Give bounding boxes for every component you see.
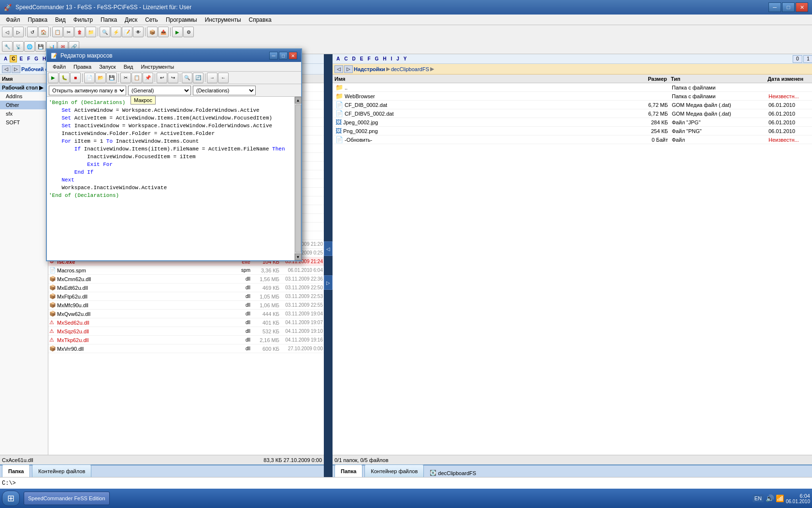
macro-menu-file[interactable]: Файл	[49, 63, 70, 71]
path-forward-btn[interactable]: ▷	[12, 65, 20, 73]
tb-refresh[interactable]: ↺	[27, 27, 38, 37]
macro-tb-find[interactable]: 🔍	[182, 73, 192, 83]
macro-tb-redo[interactable]: ↪	[168, 73, 178, 83]
right-list-item-png[interactable]: 🖼Png_0002.png 254 КБ Файл "PNG" 06.01.20…	[333, 127, 812, 135]
menu-file[interactable]: Файл	[2, 15, 24, 24]
cmd-bar[interactable]: C:\>	[0, 477, 812, 489]
menu-tools[interactable]: Инструменты	[201, 15, 245, 24]
menu-net[interactable]: Сеть	[141, 15, 162, 24]
macro-tb-new[interactable]: 📄	[84, 73, 95, 83]
list-item[interactable]: 📦 MxCmn62u.dll dll 1,56 МБ 03.11.2009 22…	[48, 275, 324, 284]
rdr-G[interactable]: G	[373, 55, 380, 62]
macro-tb-undo[interactable]: ↩	[157, 73, 167, 83]
drive-A[interactable]: A	[2, 55, 9, 62]
tb-play[interactable]: ▶	[172, 27, 183, 37]
rdr-C[interactable]: C	[342, 55, 349, 62]
macro-tb-debug[interactable]: 🐛	[59, 73, 70, 83]
tab-container-left[interactable]: Контейнер файлов	[32, 464, 91, 477]
tb-unzip[interactable]: 📤	[158, 27, 169, 37]
tb-icon2[interactable]: 📡	[13, 41, 24, 52]
tab-folder-left[interactable]: Папка	[2, 464, 30, 477]
tb-icon3[interactable]: 🌐	[24, 41, 35, 52]
tb-newfolder[interactable]: 📁	[86, 27, 96, 37]
num-tab-0[interactable]: 0	[793, 55, 802, 63]
macro-tb-save[interactable]: 💾	[106, 73, 117, 83]
tb-delete[interactable]: 🗑	[74, 27, 85, 37]
scroll-up-btn[interactable]: ▲	[295, 97, 302, 104]
macro-menu-run[interactable]: Запуск	[95, 63, 119, 71]
macro-maximize-btn[interactable]: □	[279, 52, 288, 60]
left-item-addins[interactable]: AddIns	[0, 92, 48, 101]
tb-icon4[interactable]: 💾	[35, 41, 46, 52]
tb-zip[interactable]: 📦	[147, 27, 158, 37]
macro-code-area[interactable]: 'Begin of (Declarations) Set ActiveWindo…	[47, 97, 294, 260]
tb-filter[interactable]: ⚡	[111, 27, 121, 37]
menu-help[interactable]: Справка	[245, 15, 276, 24]
right-list-item-webbrowser[interactable]: 📁WebBrowser Папка с файлами Неизвестн...	[333, 92, 812, 101]
macro-tb-run[interactable]: ▶	[48, 73, 58, 83]
macro-tb-copy[interactable]: 📋	[131, 73, 142, 83]
tb-search[interactable]: 🔍	[100, 27, 110, 37]
macro-tb-paste[interactable]: 📌	[143, 73, 153, 83]
tb-settings[interactable]: ⚙	[183, 27, 194, 37]
macro-menu-view[interactable]: Вид	[120, 63, 137, 71]
list-item[interactable]: ⚠ MxSed62u.dll dll 401 КБ 04.11.2009 19:…	[48, 318, 324, 327]
macro-tb-stop[interactable]: ■	[70, 73, 81, 83]
drive-E[interactable]: E	[17, 55, 25, 62]
tray-lang[interactable]: EN	[753, 494, 764, 502]
list-item[interactable]: 📦 MxQvw62u.dll dll 444 КБ 03.11.2009 19:…	[48, 310, 324, 318]
macro-tb-indent[interactable]: →	[207, 73, 218, 83]
macro-dropdown-general[interactable]: (General)	[128, 86, 191, 95]
minimize-button[interactable]: ─	[768, 2, 781, 12]
menu-filter[interactable]: Фильтр	[70, 15, 97, 24]
close-button[interactable]: ✕	[796, 2, 808, 12]
tb-home[interactable]: 🏠	[38, 27, 49, 37]
menu-view[interactable]: Вид	[51, 15, 70, 24]
rdr-A[interactable]: A	[334, 55, 342, 62]
list-item[interactable]: 📄 Macros.spm spm 3,36 КБ 06.01.2010 6:04	[48, 266, 324, 275]
scroll-down-btn[interactable]: ▼	[295, 254, 302, 260]
rdr-F[interactable]: F	[365, 55, 372, 62]
tb-forward[interactable]: ▷	[13, 27, 24, 37]
left-item-soft[interactable]: SOFT	[0, 118, 48, 127]
tb-icon1[interactable]: 🔧	[2, 41, 13, 52]
rdr-J[interactable]: J	[394, 55, 401, 62]
tb-move[interactable]: ✂	[63, 27, 74, 37]
path-back-btn[interactable]: ◁	[2, 65, 11, 73]
start-button[interactable]: ⊞	[2, 491, 20, 506]
drive-F[interactable]: F	[25, 55, 32, 62]
list-item[interactable]: 📦 MxFtp62u.dll dll 1,05 МБ 03.11.2009 22…	[48, 292, 324, 301]
rdr-I[interactable]: I	[389, 55, 394, 62]
tb-copy[interactable]: 📋	[52, 27, 63, 37]
list-item[interactable]: 📦 MxEdt62u.dll dll 469 КБ 03.11.2009 22:…	[48, 284, 324, 292]
macro-menu-edit[interactable]: Правка	[70, 63, 95, 71]
tb-view[interactable]: 👁	[133, 27, 144, 37]
macro-vscrollbar[interactable]: ▲ ▼	[294, 97, 301, 260]
macro-tb-open[interactable]: 📂	[95, 73, 106, 83]
tb-back[interactable]: ◁	[2, 27, 13, 37]
arrow-right-btn[interactable]: ▷	[324, 275, 333, 290]
macro-close-btn[interactable]: ✕	[289, 52, 297, 60]
tb-edit[interactable]: 📝	[122, 27, 132, 37]
tab-folder-right[interactable]: Папка	[334, 464, 362, 477]
rdr-E[interactable]: E	[358, 55, 365, 62]
list-item[interactable]: 📦 MxVrr90.dll dll 600 КБ 27.10.2009 0:00	[48, 344, 324, 353]
macro-dropdown-declarations[interactable]: (Declarations)	[193, 86, 256, 95]
rpath-back-btn[interactable]: ◁	[334, 65, 343, 73]
left-item-sfx[interactable]: sfx	[0, 109, 48, 118]
left-item-other[interactable]: Other	[0, 101, 48, 109]
right-list-item-update[interactable]: 📄-Обновить- 0 Байт Файл Неизвестн...	[333, 135, 812, 144]
left-folder-desktop[interactable]: Рабочий стол ▶	[0, 83, 48, 92]
menu-disk[interactable]: Диск	[121, 15, 141, 24]
tab-container-right[interactable]: Контейнер файлов	[364, 464, 424, 477]
rpath-forward-btn[interactable]: ▷	[344, 65, 353, 73]
maximize-button[interactable]: □	[782, 2, 795, 12]
cmd-input[interactable]	[16, 480, 810, 487]
macro-tb-replace[interactable]: 🔄	[193, 73, 203, 83]
list-item[interactable]: ⚠ MxSqz62u.dll dll 532 КБ 04.11.2009 19:…	[48, 327, 324, 336]
macro-minimize-btn[interactable]: ─	[269, 52, 278, 60]
menu-edit[interactable]: Правка	[24, 15, 52, 24]
list-item[interactable]: 📦 MxMfc90u.dll dll 1,06 МБ 03.11.2009 22…	[48, 301, 324, 310]
menu-programs[interactable]: Программы	[162, 15, 201, 24]
right-list-item-cf-dibv5[interactable]: 📄CF_DIBV5_0002.dat 6,72 МБ GOM Медиа фай…	[333, 109, 812, 118]
